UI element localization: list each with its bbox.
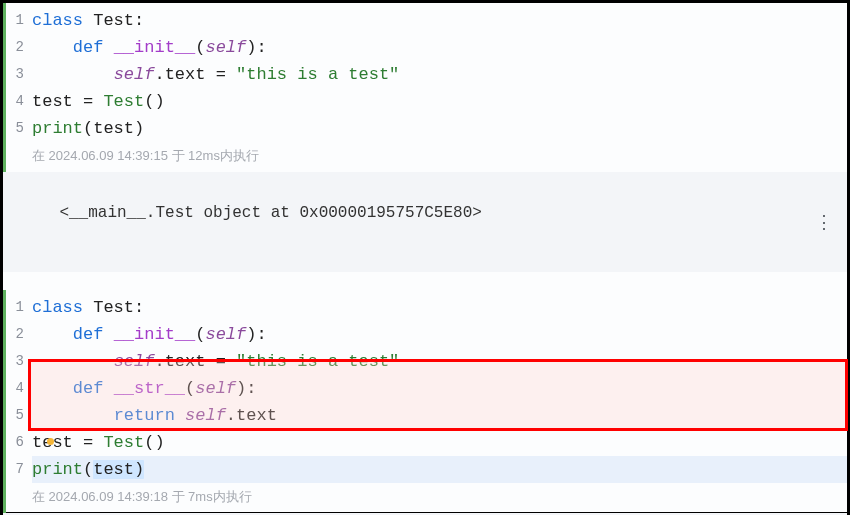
execution-timestamp: 在 2024.06.09 14:39:15 于 12ms内执行	[32, 144, 847, 172]
code-cell-2[interactable]: 1234567 class Test: def __init__(self): …	[3, 290, 847, 513]
line-gutter: 1234567	[6, 290, 28, 483]
code-content[interactable]: class Test: def __init__(self): self.tex…	[32, 3, 847, 144]
output-cell-1: <__main__.Test object at 0x00000195757C5…	[3, 172, 847, 272]
execution-timestamp: 在 2024.06.09 14:39:18 于 7ms内执行	[32, 485, 847, 513]
notebook-frame: 12345 class Test: def __init__(self): se…	[0, 0, 850, 515]
output-menu-icon[interactable]: ⋮	[815, 211, 833, 233]
line-gutter: 12345	[6, 3, 28, 142]
output-text: <__main__.Test object at 0x00000195757C5…	[59, 204, 481, 222]
breakpoint-dot-icon[interactable]	[47, 438, 54, 445]
cell-spacer	[3, 272, 847, 290]
code-content[interactable]: class Test: def __init__(self): self.tex…	[32, 290, 847, 485]
code-cell-1[interactable]: 12345 class Test: def __init__(self): se…	[3, 3, 847, 172]
